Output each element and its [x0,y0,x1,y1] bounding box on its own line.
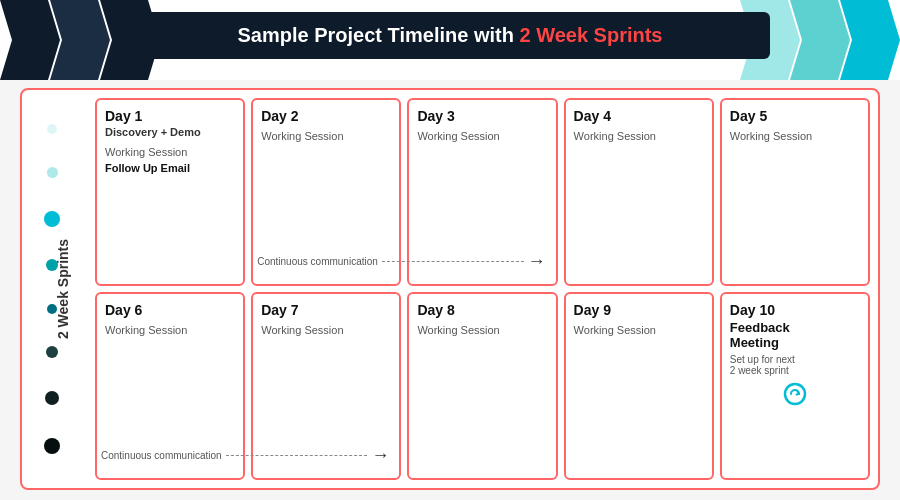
day-2-session: Working Session [261,130,391,142]
grid-row-2: Day 6 Working Session Continuous communi… [95,292,870,480]
sidebar: 2 Week Sprints [30,98,95,480]
page-title: Sample Project Timeline with 2 Week Spri… [150,24,750,47]
day-9-number: Day 9 [574,302,704,318]
title-banner: Sample Project Timeline with 2 Week Spri… [130,12,770,59]
grid-row-1: Day 1 Discovery + Demo Working Session F… [95,98,870,286]
day-9-cell: Day 9 Working Session [564,292,714,480]
day-10-number: Day 10 [730,302,860,318]
sidebar-label: 2 Week Sprints [55,239,71,339]
day-10-cell: Day 10 FeedbackMeeting Set up for next2 … [720,292,870,480]
dot-7 [45,391,59,405]
title-text-part1: Sample Project Timeline with [238,24,520,46]
dot-6 [46,346,58,358]
day-6-number: Day 6 [105,302,235,318]
day-9-session: Working Session [574,324,704,336]
day-5-cell: Day 5 Working Session [720,98,870,286]
day-10-feedback-title: FeedbackMeeting [730,320,860,350]
dot-8 [44,438,60,454]
day-1-session: Working Session [105,146,235,158]
day-8-cell: Day 8 Working Session [407,292,557,480]
day-2-number: Day 2 [261,108,391,124]
cycle-icon [730,382,860,411]
day-5-number: Day 5 [730,108,860,124]
day-7-session: Working Session [261,324,391,336]
day-8-number: Day 8 [417,302,547,318]
dot-1 [47,124,57,134]
day-8-session: Working Session [417,324,547,336]
day-6-session: Working Session [105,324,235,336]
day-1-sub: Discovery + Demo [105,126,235,138]
day-10-next-sprint: Set up for next2 week sprint [730,354,860,376]
day-3-number: Day 3 [417,108,547,124]
day-1-number: Day 1 [105,108,235,124]
day-5-session: Working Session [730,130,860,142]
day-7-cell: Day 7 Working Session [251,292,401,480]
arrow-icon-1 [0,0,60,80]
day-4-session: Working Session [574,130,704,142]
main-content: 2 Week Sprints Day 1 Discovery + Demo Wo… [20,88,880,490]
day-1-followup: Follow Up Email [105,162,235,174]
comm-label-row2: Continuous communication [101,450,222,461]
day-3-session: Working Session [417,130,547,142]
dot-2 [47,167,58,178]
comm-label-row1: Continuous communication [257,256,378,267]
day-1-cell: Day 1 Discovery + Demo Working Session F… [95,98,245,286]
day-7-number: Day 7 [261,302,391,318]
day-3-cell: Day 3 Working Session [407,98,557,286]
day-4-number: Day 4 [574,108,704,124]
grid-area: Day 1 Discovery + Demo Working Session F… [95,98,870,480]
title-highlight: 2 Week Sprints [519,24,662,46]
dot-3 [44,211,60,227]
day-2-cell: Day 2 Working Session Continuous communi… [251,98,401,286]
svg-point-0 [785,384,805,404]
day-6-cell: Day 6 Working Session Continuous communi… [95,292,245,480]
header: Sample Project Timeline with 2 Week Spri… [0,0,900,80]
day-4-cell: Day 4 Working Session [564,98,714,286]
refresh-svg [783,382,807,406]
